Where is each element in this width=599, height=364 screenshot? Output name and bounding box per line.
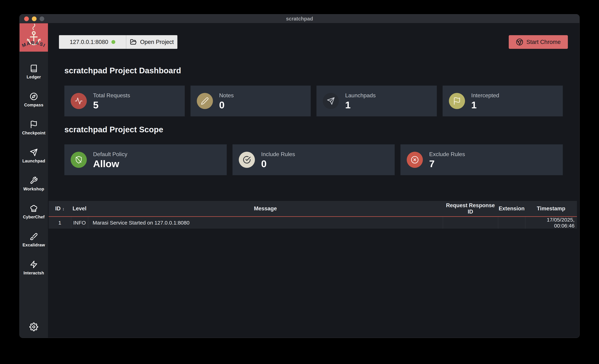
toolbar: 127.0.0.1:8080 Open Project Start Chrome (59, 35, 568, 49)
window-title: scratchpad (286, 16, 313, 22)
zap-icon (30, 260, 38, 268)
flag-icon (30, 120, 38, 128)
open-project-button[interactable]: Open Project (126, 35, 177, 49)
zoom-window-button[interactable] (40, 17, 44, 21)
app-window: scratchpad MARASI (19, 14, 580, 338)
col-header-level[interactable]: Level (71, 201, 88, 217)
stat-card-total-requests: Total Requests 5 (64, 86, 185, 116)
cell-level: INFO (71, 217, 88, 229)
sidebar-item-interactsh[interactable]: Interactsh (20, 254, 48, 282)
scope-label: Include Rules (261, 151, 295, 158)
start-chrome-label: Start Chrome (526, 39, 561, 45)
stat-badge (449, 93, 465, 109)
sidebar-item-cyberchef[interactable]: CyberChef (20, 198, 48, 226)
stat-value: 1 (345, 100, 376, 110)
col-header-id[interactable]: ID↕ (49, 201, 71, 217)
scope-label: Default Policy (93, 151, 127, 158)
anchor-logo-icon: MARASI (20, 23, 48, 52)
wrench-icon (30, 176, 38, 185)
chef-hat-icon (30, 204, 38, 213)
minimize-window-button[interactable] (32, 17, 36, 21)
stat-card-notes: Notes 0 (191, 86, 311, 116)
sidebar-item-checkpoint[interactable]: Checkpoint (20, 114, 48, 142)
stat-label: Intercepted (471, 92, 499, 99)
sidebar-item-launchpad[interactable]: Launchpad (20, 142, 48, 170)
stat-badge (197, 93, 213, 109)
main-content: 127.0.0.1:8080 Open Project Start Chrome… (48, 23, 579, 338)
proxy-address-group: 127.0.0.1:8080 Open Project (59, 35, 177, 49)
stat-label: Launchpads (345, 92, 376, 99)
log-table-header-row: ID↕ Level Message Request Response ID Ex… (49, 201, 577, 217)
stats-row: Total Requests 5 Notes 0 (64, 86, 563, 116)
sidebar-item-ledger[interactable]: Ledger (20, 58, 48, 86)
shield-off-icon (75, 156, 83, 164)
paintbrush-icon (30, 232, 38, 240)
stat-card-launchpads: Launchpads 1 (317, 86, 437, 116)
activity-icon (75, 97, 83, 105)
col-header-extension[interactable]: Extension (498, 201, 525, 217)
book-icon (30, 64, 38, 72)
status-dot (111, 40, 115, 44)
chrome-icon (516, 38, 523, 46)
cell-extension (498, 217, 525, 229)
traffic-lights (24, 14, 44, 23)
stat-value: 5 (93, 100, 130, 110)
compass-icon (30, 92, 38, 100)
scope-badge (71, 152, 87, 168)
anchor-chain (33, 24, 35, 30)
log-row[interactable]: 1 INFO Marasi Service Started on 127.0.0… (49, 217, 577, 229)
cell-request-response-id (443, 217, 498, 229)
col-header-message[interactable]: Message (88, 201, 443, 217)
gear-icon (29, 322, 38, 331)
scope-card-include-rules: Include Rules 0 (232, 144, 395, 175)
cell-timestamp: 17/05/2025, 00:06:46 (525, 217, 577, 229)
scope-badge (239, 152, 255, 168)
dashboard-title: scratchpad Project Dashboard (64, 66, 181, 75)
folder-open-icon (130, 39, 137, 45)
start-chrome-button[interactable]: Start Chrome (509, 35, 568, 49)
svg-text:MARASI: MARASI (21, 40, 46, 48)
scope-card-default-policy: Default Policy Allow (64, 144, 227, 175)
marasi-logo: MARASI (20, 23, 48, 52)
scope-title: scratchpad Project Scope (64, 125, 163, 134)
proxy-address[interactable]: 127.0.0.1:8080 (59, 35, 126, 49)
stat-value: 0 (219, 100, 234, 110)
log-table: ID↕ Level Message Request Response ID Ex… (49, 201, 577, 229)
stat-badge (323, 93, 339, 109)
stat-label: Notes (219, 92, 234, 99)
titlebar: scratchpad (20, 14, 579, 23)
cell-message: Marasi Service Started on 127.0.0.1:8080 (88, 217, 443, 229)
sort-icon: ↕ (62, 206, 65, 211)
scope-label: Exclude Rules (429, 151, 465, 158)
pencil-icon (201, 97, 209, 105)
scope-row: Default Policy Allow Include Rules 0 (64, 144, 563, 175)
stat-label: Total Requests (93, 92, 130, 99)
logo-text: MARASI (21, 40, 46, 48)
col-header-timestamp[interactable]: Timestamp (525, 201, 577, 217)
settings-button[interactable] (29, 322, 38, 331)
send-icon (30, 148, 38, 156)
scope-value: 0 (261, 159, 295, 169)
stat-card-intercepted: Intercepted 1 (443, 86, 563, 116)
cell-id: 1 (49, 217, 71, 229)
scope-badge (407, 152, 423, 168)
stat-value: 1 (471, 100, 499, 110)
send-icon (327, 97, 335, 105)
flag-icon (453, 97, 461, 105)
sidebar-item-excalidraw[interactable]: Excalidraw (20, 226, 48, 254)
proxy-address-text: 127.0.0.1:8080 (70, 39, 108, 45)
circle-check-icon (243, 156, 251, 164)
scope-value: Allow (93, 159, 127, 169)
sidebar-item-compass[interactable]: Compass (20, 86, 48, 114)
col-header-request-response-id[interactable]: Request Response ID (443, 201, 498, 217)
sidebar: MARASI Ledger Compass Checkpoint (20, 23, 48, 338)
scope-value: 7 (429, 159, 465, 169)
sidebar-item-workshop[interactable]: Workshop (20, 170, 48, 198)
close-window-button[interactable] (24, 17, 29, 21)
scope-card-exclude-rules: Exclude Rules 7 (400, 144, 563, 175)
open-project-label: Open Project (140, 39, 174, 45)
circle-x-icon (411, 156, 419, 164)
sidebar-nav: Ledger Compass Checkpoint Launchpad Work… (20, 52, 48, 282)
stat-badge (71, 93, 87, 109)
